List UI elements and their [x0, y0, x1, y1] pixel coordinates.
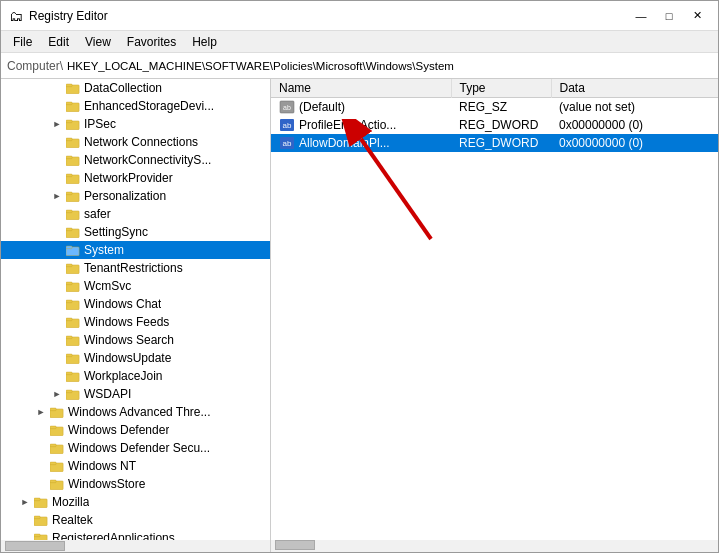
- tree-item-windowsadvancedthre[interactable]: ► Windows Advanced Thre...: [1, 403, 270, 421]
- tree-item-windowsnt[interactable]: Windows NT: [1, 457, 270, 475]
- folder-icon: [49, 477, 65, 491]
- registry-name: (Default): [299, 100, 345, 114]
- right-horizontal-scrollbar[interactable]: [271, 540, 718, 552]
- tree-label: RegisteredApplications: [52, 531, 175, 540]
- col-data[interactable]: Data: [551, 79, 718, 98]
- registry-name-cell: ab ProfileErrorActio...: [271, 116, 451, 134]
- svg-rect-47: [34, 498, 40, 501]
- tree-item-tenantrestrictions[interactable]: TenantRestrictions: [1, 259, 270, 277]
- tree-label: NetworkConnectivityS...: [84, 153, 211, 167]
- svg-rect-29: [66, 336, 72, 339]
- tree-item-wcmsvc[interactable]: WcmSvc: [1, 277, 270, 295]
- folder-icon: [65, 225, 81, 239]
- svg-text:ab: ab: [283, 104, 291, 111]
- folder-icon: [49, 423, 65, 437]
- folder-icon: [65, 81, 81, 95]
- tree-item-windowsdefendersecu[interactable]: Windows Defender Secu...: [1, 439, 270, 457]
- tree-item-system[interactable]: System: [1, 241, 270, 259]
- tree-item-wsdapi[interactable]: ► WSDAPI: [1, 385, 270, 403]
- folder-icon: [65, 369, 81, 383]
- maximize-button[interactable]: □: [656, 5, 682, 27]
- content-area: DataCollection EnhancedStorageDevi... ► …: [1, 79, 718, 540]
- svg-rect-45: [50, 480, 56, 483]
- col-name[interactable]: Name: [271, 79, 451, 98]
- tree-item-networkconnectivitys[interactable]: NetworkConnectivityS...: [1, 151, 270, 169]
- expand-arrow: [49, 260, 65, 276]
- tree-label: Windows Search: [84, 333, 174, 347]
- tree-item-settingsync[interactable]: SettingSync: [1, 223, 270, 241]
- tree-label: SettingSync: [84, 225, 148, 239]
- folder-icon: [65, 315, 81, 329]
- tree-item-mozilla[interactable]: ► Mozilla: [1, 493, 270, 511]
- expand-arrow: [33, 458, 49, 474]
- expand-arrow: ►: [49, 188, 65, 204]
- tree-item-windowschat[interactable]: Windows Chat: [1, 295, 270, 313]
- folder-icon: [65, 261, 81, 275]
- tree-item-personalization[interactable]: ► Personalization: [1, 187, 270, 205]
- svg-rect-21: [66, 264, 72, 267]
- expand-arrow: ►: [17, 494, 33, 510]
- folder-icon: [65, 117, 81, 131]
- registry-name: ProfileErrorActio...: [299, 118, 396, 132]
- app-icon: 🗂: [9, 8, 23, 24]
- tree-item-ipsec[interactable]: ► IPSec: [1, 115, 270, 133]
- registry-table-scroll[interactable]: Name Type Data ab (Default) REG_SZ (valu…: [271, 79, 718, 540]
- menu-item-view[interactable]: View: [77, 33, 119, 51]
- tree-item-networkprovider[interactable]: NetworkProvider: [1, 169, 270, 187]
- svg-rect-25: [66, 300, 72, 303]
- tree-item-workplacejoin[interactable]: WorkplaceJoin: [1, 367, 270, 385]
- tree-horizontal-scrollbar[interactable]: [1, 540, 271, 552]
- tree-item-windowsdefender[interactable]: Windows Defender: [1, 421, 270, 439]
- folder-icon: [65, 99, 81, 113]
- registry-type-cell: REG_DWORD: [451, 134, 551, 152]
- expand-arrow: [49, 152, 65, 168]
- folder-icon: [33, 513, 49, 527]
- tree-item-windowsfeeds[interactable]: Windows Feeds: [1, 313, 270, 331]
- right-pane: Name Type Data ab (Default) REG_SZ (valu…: [271, 79, 718, 540]
- tree-item-datacollection[interactable]: DataCollection: [1, 79, 270, 97]
- tree-item-windowsupdate[interactable]: WindowsUpdate: [1, 349, 270, 367]
- expand-arrow: ►: [49, 116, 65, 132]
- col-type[interactable]: Type: [451, 79, 551, 98]
- registry-name: AllowDomainPl...: [299, 136, 390, 150]
- address-path: HKEY_LOCAL_MACHINE\SOFTWARE\Policies\Mic…: [67, 60, 454, 72]
- registry-row[interactable]: ab AllowDomainPl... REG_DWORD 0x00000000…: [271, 134, 718, 152]
- tree-label: Personalization: [84, 189, 166, 203]
- expand-arrow: [49, 296, 65, 312]
- tree-item-enhancedstoragedevi[interactable]: EnhancedStorageDevi...: [1, 97, 270, 115]
- registry-name-cell: ab (Default): [271, 98, 451, 116]
- registry-row[interactable]: ab (Default) REG_SZ (value not set): [271, 98, 718, 116]
- expand-arrow: [49, 206, 65, 222]
- svg-rect-3: [66, 102, 72, 105]
- close-button[interactable]: ✕: [684, 5, 710, 27]
- svg-rect-51: [34, 534, 40, 537]
- expand-arrow: [49, 98, 65, 114]
- expand-arrow: [49, 170, 65, 186]
- menu-item-favorites[interactable]: Favorites: [119, 33, 184, 51]
- minimize-button[interactable]: —: [628, 5, 654, 27]
- svg-text:ab: ab: [283, 121, 292, 130]
- folder-icon: [65, 351, 81, 365]
- tree-item-windowsstore[interactable]: WindowsStore: [1, 475, 270, 493]
- menu-item-edit[interactable]: Edit: [40, 33, 77, 51]
- tree-label: WSDAPI: [84, 387, 131, 401]
- tree-label: WindowsUpdate: [84, 351, 171, 365]
- tree-item-realtek[interactable]: Realtek: [1, 511, 270, 529]
- title-bar-buttons: — □ ✕: [628, 5, 710, 27]
- tree-label: Windows Advanced Thre...: [68, 405, 211, 419]
- registry-row[interactable]: ab ProfileErrorActio... REG_DWORD 0x0000…: [271, 116, 718, 134]
- tree-label: Windows Feeds: [84, 315, 169, 329]
- menu-item-file[interactable]: File: [5, 33, 40, 51]
- tree-item-registeredapplications[interactable]: RegisteredApplications: [1, 529, 270, 540]
- tree-scroll[interactable]: DataCollection EnhancedStorageDevi... ► …: [1, 79, 270, 540]
- tree-item-windowssearch[interactable]: Windows Search: [1, 331, 270, 349]
- folder-icon: [49, 459, 65, 473]
- tree-label: Realtek: [52, 513, 93, 527]
- registry-name-cell: ab AllowDomainPl...: [271, 134, 451, 152]
- menu-item-help[interactable]: Help: [184, 33, 225, 51]
- tree-item-safer[interactable]: safer: [1, 205, 270, 223]
- svg-rect-15: [66, 210, 72, 213]
- reg-value-icon: ab: [279, 100, 295, 114]
- svg-rect-43: [50, 462, 56, 465]
- tree-item-networkconnections[interactable]: Network Connections: [1, 133, 270, 151]
